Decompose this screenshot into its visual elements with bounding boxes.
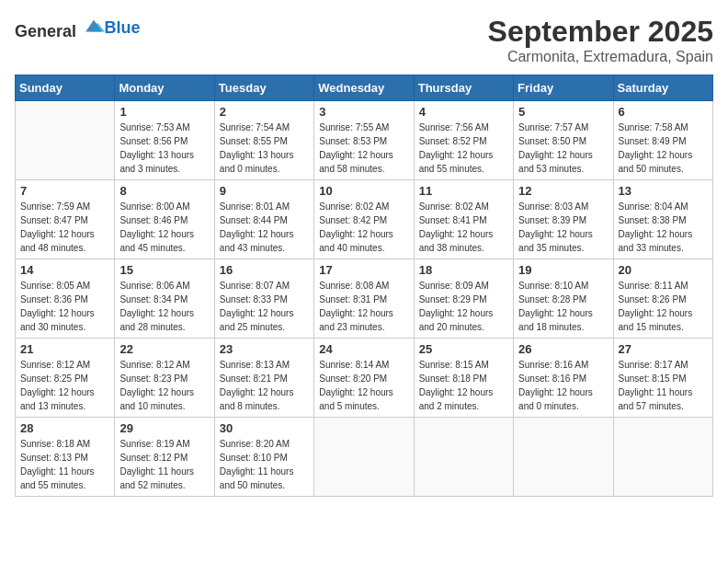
calendar-week-row: 21Sunrise: 8:12 AMSunset: 8:25 PMDayligh… — [16, 339, 713, 418]
day-info: Sunrise: 8:06 AMSunset: 8:34 PMDaylight:… — [119, 279, 209, 334]
page-header: General Blue September 2025 Carmonita, E… — [15, 15, 713, 65]
day-number: 9 — [220, 184, 309, 198]
calendar-cell: 12Sunrise: 8:03 AMSunset: 8:39 PMDayligh… — [514, 180, 613, 259]
day-number: 16 — [220, 263, 309, 277]
calendar-cell: 24Sunrise: 8:14 AMSunset: 8:20 PMDayligh… — [314, 339, 414, 418]
calendar-cell: 27Sunrise: 8:17 AMSunset: 8:15 PMDayligh… — [613, 339, 712, 418]
day-number: 5 — [518, 105, 608, 119]
day-info: Sunrise: 8:08 AMSunset: 8:31 PMDaylight:… — [319, 279, 408, 334]
subtitle: Carmonita, Extremadura, Spain — [488, 49, 713, 65]
day-info: Sunrise: 8:17 AMSunset: 8:15 PMDaylight:… — [619, 358, 708, 413]
calendar-cell — [613, 418, 712, 497]
calendar-cell: 5Sunrise: 7:57 AMSunset: 8:50 PMDaylight… — [514, 101, 613, 180]
day-info: Sunrise: 8:13 AMSunset: 8:21 PMDaylight:… — [220, 358, 309, 413]
calendar-cell: 1Sunrise: 7:53 AMSunset: 8:56 PMDaylight… — [115, 101, 214, 180]
calendar-cell: 9Sunrise: 8:01 AMSunset: 8:44 PMDaylight… — [214, 180, 313, 259]
calendar-cell: 29Sunrise: 8:19 AMSunset: 8:12 PMDayligh… — [115, 418, 214, 497]
calendar-cell: 16Sunrise: 8:07 AMSunset: 8:33 PMDayligh… — [214, 259, 313, 339]
day-info: Sunrise: 8:10 AMSunset: 8:28 PMDaylight:… — [518, 279, 608, 334]
calendar-cell: 19Sunrise: 8:10 AMSunset: 8:28 PMDayligh… — [514, 259, 613, 339]
day-number: 29 — [119, 421, 209, 435]
day-number: 13 — [619, 184, 708, 198]
calendar-cell: 22Sunrise: 8:12 AMSunset: 8:23 PMDayligh… — [115, 339, 214, 418]
day-number: 17 — [319, 263, 408, 277]
calendar-cell: 7Sunrise: 7:59 AMSunset: 8:47 PMDaylight… — [16, 180, 115, 259]
day-info: Sunrise: 8:07 AMSunset: 8:33 PMDaylight:… — [220, 279, 309, 334]
weekday-header: Thursday — [414, 75, 513, 101]
weekday-header: Friday — [514, 75, 613, 101]
day-info: Sunrise: 8:01 AMSunset: 8:44 PMDaylight:… — [220, 200, 309, 255]
calendar-cell: 17Sunrise: 8:08 AMSunset: 8:31 PMDayligh… — [314, 259, 414, 339]
calendar-cell: 10Sunrise: 8:02 AMSunset: 8:42 PMDayligh… — [314, 180, 414, 259]
calendar-cell — [16, 101, 115, 180]
calendar-cell: 21Sunrise: 8:12 AMSunset: 8:25 PMDayligh… — [16, 339, 115, 418]
day-number: 15 — [119, 263, 209, 277]
weekday-header: Monday — [115, 75, 214, 101]
day-info: Sunrise: 8:04 AMSunset: 8:38 PMDaylight:… — [619, 200, 708, 255]
day-number: 23 — [220, 342, 309, 356]
calendar-cell: 18Sunrise: 8:09 AMSunset: 8:29 PMDayligh… — [414, 259, 513, 339]
calendar-cell: 15Sunrise: 8:06 AMSunset: 8:34 PMDayligh… — [115, 259, 214, 339]
day-info: Sunrise: 8:09 AMSunset: 8:29 PMDaylight:… — [419, 279, 508, 334]
day-info: Sunrise: 8:05 AMSunset: 8:36 PMDaylight:… — [20, 279, 109, 334]
calendar-cell: 23Sunrise: 8:13 AMSunset: 8:21 PMDayligh… — [214, 339, 313, 418]
weekday-header-row: SundayMondayTuesdayWednesdayThursdayFrid… — [16, 75, 713, 101]
day-info: Sunrise: 8:18 AMSunset: 8:13 PMDaylight:… — [20, 437, 109, 492]
day-info: Sunrise: 8:14 AMSunset: 8:20 PMDaylight:… — [319, 358, 408, 413]
day-info: Sunrise: 7:57 AMSunset: 8:50 PMDaylight:… — [518, 121, 608, 176]
weekday-header: Wednesday — [314, 75, 414, 101]
day-info: Sunrise: 7:55 AMSunset: 8:53 PMDaylight:… — [319, 121, 408, 176]
logo-general: General — [15, 22, 76, 40]
calendar-week-row: 28Sunrise: 8:18 AMSunset: 8:13 PMDayligh… — [16, 418, 713, 497]
calendar-cell: 8Sunrise: 8:00 AMSunset: 8:46 PMDaylight… — [115, 180, 214, 259]
day-number: 25 — [419, 342, 508, 356]
day-number: 6 — [619, 105, 708, 119]
title-block: September 2025 Carmonita, Extremadura, S… — [488, 15, 713, 65]
calendar-week-row: 14Sunrise: 8:05 AMSunset: 8:36 PMDayligh… — [16, 259, 713, 339]
day-number: 19 — [518, 263, 608, 277]
day-number: 14 — [20, 263, 109, 277]
calendar-cell: 14Sunrise: 8:05 AMSunset: 8:36 PMDayligh… — [16, 259, 115, 339]
day-number: 2 — [220, 105, 309, 119]
day-number: 30 — [220, 421, 309, 435]
calendar-cell — [414, 418, 513, 497]
calendar-cell: 20Sunrise: 8:11 AMSunset: 8:26 PMDayligh… — [613, 259, 712, 339]
day-number: 18 — [419, 263, 508, 277]
day-info: Sunrise: 7:53 AMSunset: 8:56 PMDaylight:… — [119, 121, 209, 176]
calendar-cell: 25Sunrise: 8:15 AMSunset: 8:18 PMDayligh… — [414, 339, 513, 418]
day-info: Sunrise: 7:54 AMSunset: 8:55 PMDaylight:… — [220, 121, 309, 176]
calendar-cell: 6Sunrise: 7:58 AMSunset: 8:49 PMDaylight… — [613, 101, 712, 180]
calendar-cell — [314, 418, 414, 497]
weekday-header: Sunday — [16, 75, 115, 101]
day-info: Sunrise: 8:02 AMSunset: 8:42 PMDaylight:… — [319, 200, 408, 255]
calendar-cell: 11Sunrise: 8:02 AMSunset: 8:41 PMDayligh… — [414, 180, 513, 259]
calendar-week-row: 1Sunrise: 7:53 AMSunset: 8:56 PMDaylight… — [16, 101, 713, 180]
day-number: 12 — [518, 184, 608, 198]
weekday-header: Saturday — [613, 75, 712, 101]
day-number: 27 — [619, 342, 708, 356]
logo-icon — [83, 15, 105, 37]
day-number: 22 — [119, 342, 209, 356]
day-number: 24 — [319, 342, 408, 356]
day-info: Sunrise: 8:11 AMSunset: 8:26 PMDaylight:… — [619, 279, 708, 334]
day-number: 3 — [319, 105, 408, 119]
day-info: Sunrise: 7:58 AMSunset: 8:49 PMDaylight:… — [619, 121, 708, 176]
calendar-cell: 4Sunrise: 7:56 AMSunset: 8:52 PMDaylight… — [414, 101, 513, 180]
logo: General Blue — [15, 15, 141, 41]
day-number: 1 — [119, 105, 209, 119]
logo-blue: Blue — [105, 18, 141, 37]
calendar-cell: 2Sunrise: 7:54 AMSunset: 8:55 PMDaylight… — [214, 101, 313, 180]
calendar-cell: 3Sunrise: 7:55 AMSunset: 8:53 PMDaylight… — [314, 101, 414, 180]
calendar-cell: 28Sunrise: 8:18 AMSunset: 8:13 PMDayligh… — [16, 418, 115, 497]
main-title: September 2025 — [488, 15, 713, 49]
calendar-cell — [514, 418, 613, 497]
day-number: 11 — [419, 184, 508, 198]
day-info: Sunrise: 8:12 AMSunset: 8:23 PMDaylight:… — [119, 358, 209, 413]
day-info: Sunrise: 8:12 AMSunset: 8:25 PMDaylight:… — [20, 358, 109, 413]
day-number: 20 — [619, 263, 708, 277]
calendar-cell: 30Sunrise: 8:20 AMSunset: 8:10 PMDayligh… — [214, 418, 313, 497]
day-info: Sunrise: 8:00 AMSunset: 8:46 PMDaylight:… — [119, 200, 209, 255]
day-info: Sunrise: 8:16 AMSunset: 8:16 PMDaylight:… — [518, 358, 608, 413]
day-info: Sunrise: 8:03 AMSunset: 8:39 PMDaylight:… — [518, 200, 608, 255]
calendar-table: SundayMondayTuesdayWednesdayThursdayFrid… — [15, 75, 713, 497]
